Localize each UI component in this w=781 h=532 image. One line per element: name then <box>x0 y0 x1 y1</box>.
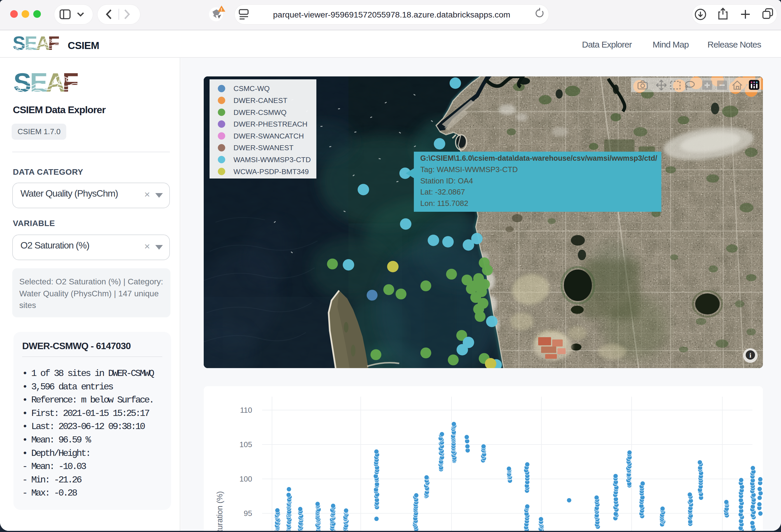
svg-text:DWER-CANEST: DWER-CANEST <box>234 96 287 104</box>
svg-text:WCWA-PSDP-BMT349: WCWA-PSDP-BMT349 <box>234 168 309 176</box>
svg-text:G:\CSIEM\1.6.0\csiem-data\data: G:\CSIEM\1.6.0\csiem-data\data-warehouse… <box>420 154 657 162</box>
svg-text:95: 95 <box>244 509 252 518</box>
svg-text:WAMSI-WWMSP3-CTD: WAMSI-WWMSP3-CTD <box>234 156 311 164</box>
svg-text:Station ID: OA4: Station ID: OA4 <box>420 176 473 185</box>
svg-text:Tag: WAMSI-WWMSP3-CTD: Tag: WAMSI-WWMSP3-CTD <box>420 165 518 174</box>
svg-text:DWER-PHESTREACH: DWER-PHESTREACH <box>234 120 307 128</box>
svg-text:100: 100 <box>240 475 252 483</box>
svg-text:Lat: -32.0867: Lat: -32.0867 <box>420 187 465 196</box>
svg-text:!: ! <box>221 7 222 12</box>
svg-text:Lon: 115.7082: Lon: 115.7082 <box>420 199 468 208</box>
svg-text:105: 105 <box>240 440 252 449</box>
svg-text:110: 110 <box>240 406 252 414</box>
svg-text:O2 Saturation (%): O2 Saturation (%) <box>215 491 224 531</box>
svg-text:DWER-CSMWQ: DWER-CSMWQ <box>234 108 287 116</box>
svg-text:DWER-SWANEST: DWER-SWANEST <box>234 144 294 152</box>
svg-text:CSMC-WQ: CSMC-WQ <box>234 85 270 92</box>
svg-text:DWER-SWANCATCH: DWER-SWANCATCH <box>234 132 304 140</box>
svg-text:F: F <box>48 36 59 53</box>
svg-text:i: i <box>749 351 751 359</box>
svg-text:F: F <box>63 72 78 96</box>
